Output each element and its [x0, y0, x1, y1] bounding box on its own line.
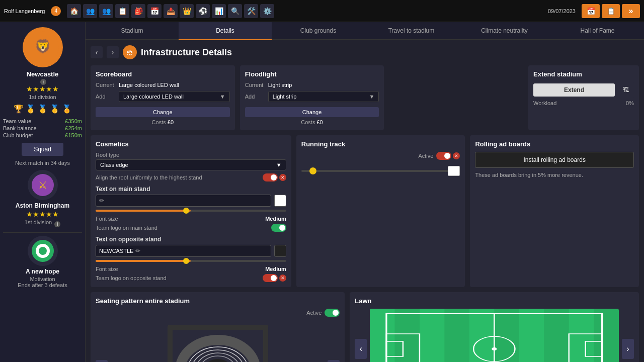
nav-back-button[interactable]: ‹ — [91, 46, 103, 58]
roof-val: Glass edge — [100, 162, 128, 168]
scoreboard-change-btn[interactable]: Change — [96, 107, 230, 117]
floodlight-add-dropdown[interactable]: Light strip ▼ — [268, 91, 379, 102]
floodlight-current-val: Light strip — [268, 82, 292, 88]
club-budget-row: Club budget £150m — [3, 132, 82, 138]
opp-logo-x-btn[interactable]: ✕ — [279, 275, 286, 282]
icon-stats[interactable]: 📊 — [212, 4, 226, 18]
main-text-input[interactable]: ✏ — [96, 195, 271, 207]
club-budget-label: Club budget — [3, 132, 33, 138]
seating-pattern-preview — [168, 325, 268, 362]
extend-stadium-section: Extend stadium Extend 🏗 Workload 0% — [528, 65, 639, 130]
main-content: ‹ › 🏟 Infrastructure Details Scoreboard … — [86, 40, 644, 362]
svg-rect-15 — [370, 309, 394, 362]
club3-name: A new hope — [26, 268, 59, 275]
floodlight-change-btn[interactable]: Change — [245, 107, 379, 117]
icon-calendar[interactable]: 📅 — [147, 4, 162, 18]
rolling-ad-section: Rolling ad boards Install rolling ad boa… — [470, 135, 639, 287]
main-font-slider[interactable] — [96, 210, 286, 212]
icon-squad[interactable]: 👥 — [83, 4, 97, 18]
icon-crown[interactable]: 👑 — [180, 4, 194, 18]
club2-info-icon[interactable]: i — [54, 221, 60, 227]
tab-club-grounds[interactable]: Club grounds — [272, 22, 365, 40]
team-value-label: Team value — [3, 118, 31, 124]
scoreboard-add-dropdown[interactable]: Large coloured LED wall ▼ — [119, 91, 230, 102]
row3: Seating pattern entire stadium Active ‹ — [91, 292, 639, 362]
floodlight-current-label: Current — [245, 82, 265, 88]
icon-tools[interactable]: 🛠️ — [244, 4, 258, 18]
roof-type-label: Roof type — [96, 152, 286, 158]
tab-climate[interactable]: Climate neutrality — [458, 22, 551, 40]
floodlight-add-label: Add — [245, 94, 265, 100]
extend-icon: 🏗 — [618, 82, 634, 98]
club2-stars: ★★★★★ — [26, 210, 59, 218]
running-track-active-row: Active ✕ — [301, 152, 460, 160]
scoreboard-title: Scoreboard — [96, 70, 230, 78]
icon-team[interactable]: 👥 — [99, 4, 113, 18]
track-end-marker — [448, 166, 460, 176]
main-logo-row: Team logo on main stand — [96, 224, 286, 232]
icon-medical[interactable]: 🎒 — [131, 4, 145, 18]
main-slider-row — [96, 210, 286, 212]
club1-info-icon[interactable]: i — [40, 79, 46, 85]
running-track-toggle[interactable] — [436, 152, 451, 160]
date-display: 09/07/2023 — [548, 8, 576, 14]
sidebar: 🦁 Newcastle i ★★★★★ 1st division 🏆 🥇 🥇 🥇… — [0, 22, 86, 362]
seating-toggle[interactable] — [325, 309, 340, 317]
svg-point-6 — [39, 247, 47, 255]
icon-search[interactable]: 🔍 — [228, 4, 242, 18]
breadcrumb: ‹ › 🏟 Infrastructure Details — [91, 45, 639, 59]
opp-text-input[interactable]: NEWCASTLE ✏ — [96, 245, 271, 257]
opp-logo-toggle[interactable] — [263, 274, 278, 282]
calendar-icon-btn[interactable]: 📅 — [582, 4, 600, 18]
lawn-section: Lawn ‹ — [350, 292, 639, 362]
main-color-swatch[interactable] — [274, 195, 286, 207]
main-logo-toggle[interactable] — [271, 224, 286, 232]
schedule-icon-btn[interactable]: 📋 — [602, 4, 620, 18]
align-label: Align the roof uniformly to the highest … — [96, 174, 202, 180]
opp-font-size-row: Font size Medium — [96, 266, 286, 272]
skip-btn[interactable]: » — [622, 4, 640, 18]
ends-label: Ends after 3 defeats — [18, 282, 67, 288]
install-rolling-btn[interactable]: Install rolling ad boards — [475, 152, 634, 168]
squad-button[interactable]: Squad — [22, 143, 63, 156]
tab-stadium[interactable]: Stadium — [86, 22, 179, 40]
icon-clipboard[interactable]: 📋 — [115, 4, 129, 18]
tab-hall-of-fame[interactable]: Hall of Fame — [551, 22, 644, 40]
bank-balance-row: Bank balance £254m — [3, 125, 82, 131]
club1-trophies: 🏆 🥇 🥇 🥇 🏅 — [14, 104, 72, 114]
icon-tactics[interactable]: ⚽ — [196, 4, 210, 18]
workload-label: Workload — [533, 100, 556, 106]
lawn-prev-btn[interactable]: ‹ — [355, 339, 367, 359]
tab-details[interactable]: Details — [179, 22, 272, 40]
breadcrumb-title: Infrastructure Details — [141, 47, 232, 58]
tabs: Stadium Details Club grounds Travel to s… — [86, 22, 644, 40]
pattern-prev-btn[interactable]: ‹ — [96, 360, 108, 362]
scoreboard-current-val: Large coloured LED wall — [119, 82, 179, 88]
roof-dropdown[interactable]: Glass edge ▼ — [96, 159, 286, 170]
align-toggle[interactable] — [263, 173, 278, 182]
lawn-nav: ‹ — [355, 309, 634, 362]
club3-logo — [28, 236, 58, 266]
scoreboard-costs-row: Costs £0 — [96, 119, 230, 125]
tab-travel[interactable]: Travel to stadium — [365, 22, 458, 40]
workload-val: 0% — [626, 100, 634, 106]
nav-forward-button[interactable]: › — [107, 46, 119, 58]
icon-settings[interactable]: ⚙️ — [260, 4, 274, 18]
icon-home[interactable]: 🏠 — [67, 4, 81, 18]
svg-text:🦁: 🦁 — [35, 38, 51, 54]
floodlight-title: Floodlight — [245, 70, 379, 78]
club1-name: Newcastle — [27, 70, 59, 78]
extend-title: Extend stadium — [533, 70, 634, 78]
running-track-slider[interactable] — [301, 170, 460, 172]
opp-font-slider[interactable] — [96, 260, 286, 262]
align-x-btn[interactable]: ✕ — [279, 174, 286, 181]
opp-color-swatch[interactable] — [274, 245, 286, 257]
icon-transfer[interactable]: 📤 — [164, 4, 178, 18]
extend-btn[interactable]: Extend — [533, 83, 615, 97]
pattern-next-btn[interactable]: › — [328, 360, 340, 362]
svg-text:⚔: ⚔ — [38, 179, 47, 191]
seating-title: Seating pattern entire stadium — [96, 297, 340, 305]
running-track-x-btn[interactable]: ✕ — [453, 152, 460, 159]
lawn-next-btn[interactable]: › — [622, 339, 634, 359]
svg-rect-17 — [469, 309, 494, 362]
